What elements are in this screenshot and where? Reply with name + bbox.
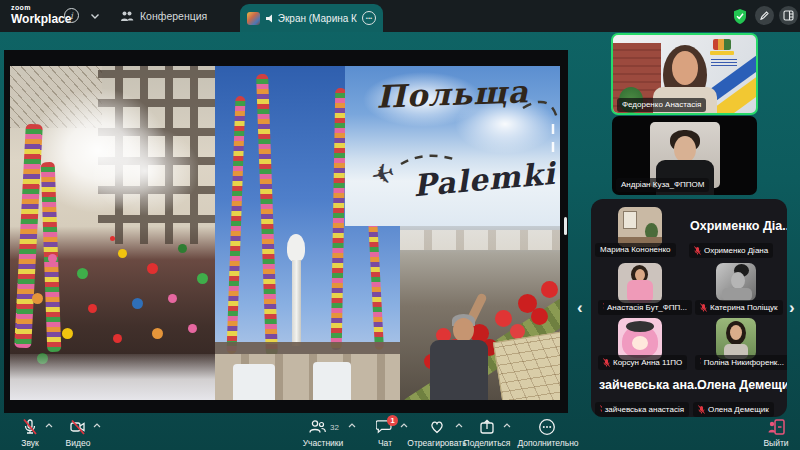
participant-name: зайчевська анастасія: [605, 406, 684, 414]
presentation-slide: Польща ✈ Palemki: [10, 66, 560, 400]
participant-name: Анастасія Бут_ФПП...: [607, 304, 687, 312]
palm-column: [14, 124, 43, 349]
pencil-icon: [759, 10, 770, 21]
market-tent: [233, 364, 275, 400]
audio-share-icon: [265, 13, 273, 24]
white-skirts: [10, 354, 215, 400]
old-map-decoration: [493, 330, 560, 400]
share-options-chevron-icon[interactable]: [503, 423, 511, 428]
tab-conference[interactable]: Конференция: [112, 0, 215, 32]
logo-text-lines: [711, 58, 737, 66]
audio-options-chevron-icon[interactable]: [45, 423, 53, 428]
participant-big-name: зайчевська ана...: [599, 378, 704, 392]
participant-name-pill: Катерина Поліщук: [695, 300, 783, 315]
meeting-icon: [120, 10, 134, 22]
security-shield-icon[interactable]: [732, 8, 748, 25]
shared-screen-area: Польща ✈ Palemki: [4, 50, 568, 413]
leave-icon: [766, 418, 786, 436]
chevron-down-icon[interactable]: [90, 13, 100, 20]
participants-count: 32: [330, 423, 339, 432]
smoke-effect-2: [90, 126, 200, 216]
person-face: [731, 272, 745, 289]
top-bar: zoom Workplace i Конференция Экран (Мари…: [0, 0, 800, 32]
participants-icon: [308, 418, 327, 436]
mic-muted-icon: [700, 358, 701, 367]
mic-muted-icon: [600, 405, 602, 414]
participant-name-pill: Охрименко Діана: [689, 243, 773, 258]
share-screen-icon: [478, 418, 496, 436]
participants-grid-panel: Марина Кононенко Охрименко Діа... Охриме…: [591, 199, 787, 417]
photo-crowd-costumes: [10, 66, 215, 400]
man-body: [430, 340, 488, 400]
crowd-flowers: [110, 236, 115, 241]
video-label: Видео: [56, 438, 100, 448]
market-tent: [313, 362, 351, 400]
view-layout-button[interactable]: [779, 6, 798, 25]
video-thumb[interactable]: [618, 318, 662, 360]
video-thumb[interactable]: [618, 207, 662, 247]
participant-face: [674, 136, 696, 163]
participant-name: Корсун Анна 11ПО: [613, 359, 682, 367]
statue-column: [292, 260, 301, 346]
video-thumb[interactable]: [716, 318, 756, 359]
travel-route-dashes: [345, 66, 560, 226]
palm-column: [331, 88, 347, 350]
leave-label: Выйти: [756, 438, 796, 448]
participant-name: Поліна Никифоренк...: [704, 359, 784, 367]
participant-name-pill: Андріан Куза_ФППОМ: [616, 178, 709, 192]
participant-name: Олена Демещик: [708, 406, 769, 414]
anime-face: [632, 336, 648, 350]
mic-muted-icon: [700, 303, 707, 312]
tab-screen-share[interactable]: Экран (Марина Кононенко •••: [240, 4, 383, 32]
share-scrollbar[interactable]: [564, 217, 567, 235]
logo-banner: [710, 51, 734, 55]
mic-muted-icon: [694, 246, 701, 255]
mic-muted-icon: [603, 358, 610, 367]
react-options-chevron-icon[interactable]: [455, 423, 463, 428]
tab-more-icon[interactable]: •••: [362, 11, 376, 25]
video-tile-participant[interactable]: Андріан Куза_ФППОМ: [612, 116, 757, 195]
annotate-button[interactable]: [755, 6, 774, 25]
chat-label: Чат: [365, 438, 405, 448]
room-window: [623, 211, 637, 229]
logo-line1: zoom: [11, 4, 71, 11]
more-label: Дополнительно: [512, 438, 584, 448]
statue: [287, 234, 305, 262]
video-tile-active-speaker[interactable]: Федоренко Анастасія: [611, 33, 758, 115]
palm-column: [227, 96, 246, 354]
participant-big-name: Охрименко Діа...: [690, 219, 787, 233]
share-label: Поделиться: [457, 438, 517, 448]
distant-buildings: [400, 230, 560, 250]
grid-prev-icon[interactable]: ‹: [577, 299, 583, 316]
photo-palm-carrier: [400, 226, 560, 400]
video-thumb[interactable]: [716, 263, 756, 301]
zoom-workplace-logo: zoom Workplace: [11, 4, 71, 25]
participant-name: Марина Кононенко: [600, 246, 671, 254]
participants-options-chevron-icon[interactable]: [348, 423, 356, 428]
man-head: [453, 318, 474, 342]
participant-name: Катерина Поліщук: [710, 304, 778, 312]
person-face: [730, 325, 742, 340]
participant-name-pill: Поліна Никифоренк...: [695, 355, 787, 370]
participants-label: Участники: [293, 438, 353, 448]
tab-preview-thumbnail: [247, 12, 260, 25]
mic-muted-icon: [603, 303, 604, 312]
logo-line2: Workplace: [11, 13, 71, 25]
participant-name: Охрименко Діана: [704, 247, 768, 255]
mic-muted-icon: [21, 418, 39, 436]
info-icon[interactable]: i: [64, 8, 79, 23]
video-thumb[interactable]: [618, 263, 662, 303]
video-options-chevron-icon[interactable]: [93, 423, 101, 428]
chat-badge: 1: [387, 415, 398, 426]
chat-options-chevron-icon[interactable]: [400, 423, 408, 428]
more-icon: [538, 418, 556, 436]
university-logo: [713, 39, 731, 50]
participant-big-name: Олена Демещик: [697, 378, 787, 392]
screen-tab-label: Экран (Марина Кононенко: [278, 13, 357, 24]
participant-name-pill: Марина Кононенко: [595, 243, 676, 257]
participant-name: Андріан Куза_ФППОМ: [621, 181, 704, 189]
grid-next-icon[interactable]: ›: [789, 299, 795, 316]
conference-tab-label: Конференция: [140, 10, 207, 22]
participant-name: Федоренко Анастасія: [622, 101, 701, 109]
audio-label: Звук: [10, 438, 50, 448]
